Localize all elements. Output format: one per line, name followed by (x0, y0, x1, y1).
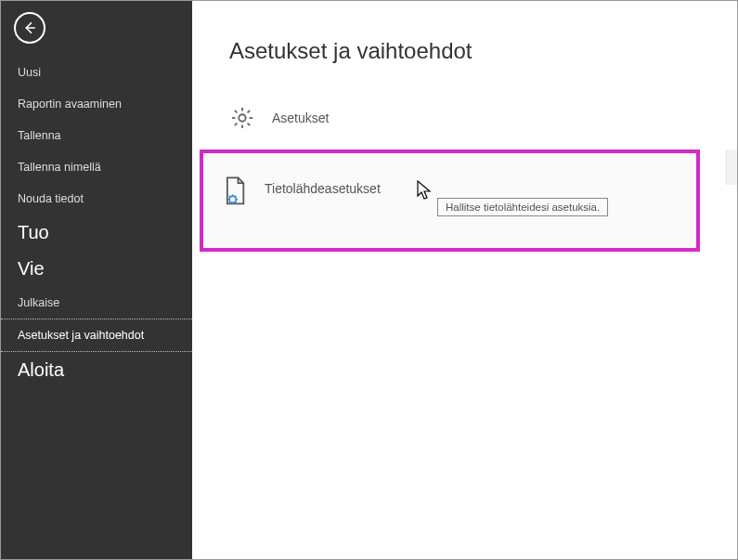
sidebar-item-label: Raportin avaaminen (18, 98, 122, 111)
page-title: Asetukset ja vaihtoehdot (229, 38, 737, 64)
svg-line-18 (235, 196, 236, 197)
sidebar-item-open-report[interactable]: Raportin avaaminen (1, 88, 192, 120)
sidebar-item-label: Asetukset ja vaihtoehdot (18, 329, 144, 342)
svg-line-15 (229, 196, 230, 197)
option-label: Tietolähdeasetukset (265, 181, 381, 196)
sidebar-item-options[interactable]: Asetukset ja vaihtoehdot (1, 319, 192, 352)
document-gear-icon (222, 176, 248, 202)
svg-line-17 (229, 202, 230, 202)
sidebar-item-get-data[interactable]: Nouda tiedot (1, 183, 192, 215)
svg-point-1 (239, 114, 245, 121)
sidebar-item-save[interactable]: Tallenna (1, 120, 192, 151)
svg-line-7 (248, 124, 251, 126)
sidebar-item-label: Vie (18, 258, 45, 279)
sidebar-item-label: Aloita (18, 359, 64, 380)
svg-line-16 (235, 202, 236, 202)
sidebar-item-label: Nouda tiedot (18, 192, 84, 205)
highlight-callout: Tietolähdeasetukset Hallitse tietolähtei… (200, 150, 700, 252)
tooltip: Hallitse tietolähteidesi asetuksia. (437, 198, 608, 216)
sidebar-item-save-as[interactable]: Tallenna nimellä (1, 151, 192, 183)
sidebar-item-label: Julkaise (18, 296, 59, 309)
svg-line-6 (235, 111, 238, 113)
sidebar-item-new[interactable]: Uusi (1, 57, 192, 88)
option-settings[interactable]: Asetukset (203, 92, 737, 144)
sidebar-item-export[interactable]: Vie (1, 251, 192, 287)
sidebar-item-label: Uusi (18, 66, 41, 79)
option-label: Asetukset (272, 111, 329, 125)
gear-icon (229, 105, 255, 131)
back-button[interactable] (14, 12, 45, 44)
svg-line-9 (248, 111, 251, 113)
main-content: Asetukset ja vaihtoehdot Asetukset (192, 1, 737, 559)
app-window: Uusi Raportin avaaminen Tallenna Tallenn… (0, 0, 738, 560)
sidebar-item-publish[interactable]: Julkaise (1, 287, 192, 319)
tooltip-text: Hallitse tietolähteidesi asetuksia. (446, 202, 600, 213)
side-strip (726, 150, 737, 185)
svg-line-8 (235, 124, 238, 126)
sidebar-item-label: Tuo (18, 222, 49, 242)
sidebar-item-import[interactable]: Tuo (1, 215, 192, 251)
sidebar: Uusi Raportin avaaminen Tallenna Tallenn… (1, 1, 192, 559)
sidebar-item-label: Tallenna (18, 129, 61, 142)
sidebar-item-start[interactable]: Aloita (1, 352, 192, 388)
sidebar-item-label: Tallenna nimellä (18, 161, 101, 174)
arrow-left-icon (21, 20, 38, 36)
